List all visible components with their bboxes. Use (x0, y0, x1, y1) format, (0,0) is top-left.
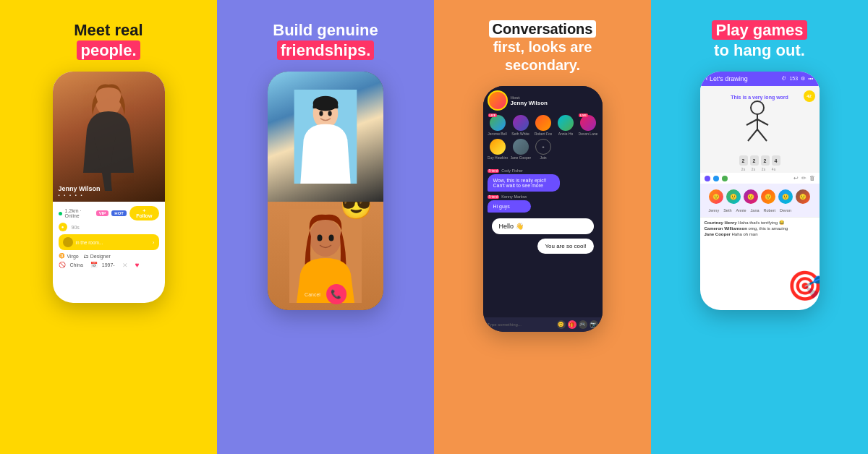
join-button[interactable]: + (535, 139, 551, 155)
svg-line-15 (757, 129, 767, 141)
avatar-3: Robert Fox (534, 115, 553, 136)
briefcase-icon: 🗂 (83, 254, 88, 259)
color-purple[interactable] (705, 176, 710, 181)
chat-line-3: Jane Cooper Haha oh man (705, 232, 815, 236)
player-robert: 🙂 (778, 189, 793, 204)
end-call-button[interactable]: 📞 (326, 284, 346, 304)
avatars-grid: LIVE Jerome Bell Seth White Robert Fox A… (488, 115, 598, 160)
clear-icon[interactable]: 🗑 (809, 175, 815, 181)
chat-input-icons: 😊 🎁 🎮 📷 (557, 320, 598, 329)
profile-info: 1.2km · Online VIP HOT + Follow ● 90s in… (53, 202, 165, 275)
message-preview[interactable]: in the room... › (59, 234, 159, 250)
chevron-right-icon: › (153, 239, 155, 246)
svg-line-12 (746, 119, 757, 125)
host-info: Host: Jenny Wilson (511, 95, 548, 106)
join-avatar[interactable]: + Join (534, 139, 553, 160)
player-annie: 🙂 (744, 189, 758, 204)
game-chat: Courtney Henry Haha that's terrifying 😂 … (700, 218, 820, 240)
player-seth: 🙂 (726, 189, 741, 204)
game-button[interactable]: 🎮 (579, 320, 587, 329)
panel-1-title: Meet real people. (74, 20, 142, 60)
score-badge: 42 (804, 90, 815, 102)
follow-button[interactable]: + Follow (129, 206, 158, 220)
gift-button[interactable]: 🎁 (568, 320, 576, 329)
player-names: Jenny Seth Annie Jana Robert Devon (705, 207, 815, 214)
user-name-overlay: Jenny Wilson • • • • • (59, 185, 101, 197)
svg-line-13 (757, 119, 768, 125)
video-call-area: 😎 Cancel 📞 (268, 72, 383, 310)
game-header: ‹ Let's drawing ⏱ 153 ⚙ ••• (700, 72, 820, 86)
video-bottom-feed: 😎 Cancel 📞 (268, 202, 383, 310)
color-green[interactable] (722, 176, 728, 181)
friend-tag-1: Friend (488, 169, 500, 173)
panel-2-title: Build genuine friendships. (273, 20, 378, 60)
settings-icon[interactable]: ⚙ (801, 76, 805, 82)
heart-icon[interactable]: ♥ (135, 261, 140, 269)
players-row: 🙂 🙂 🙂 🙂 🙂 🙂 (705, 187, 815, 207)
player-jenny: 🙂 (709, 189, 723, 204)
chat-input-bar: Type something... 😊 🎁 🎮 📷 (483, 317, 603, 332)
back-button[interactable]: ‹ Let's drawing (706, 75, 748, 82)
sunglasses-emoji: 😎 (340, 202, 373, 221)
phone-mockup-4: ‹ Let's drawing ⏱ 153 ⚙ ••• This is a ve… (700, 72, 820, 310)
emoji-button[interactable]: 😊 (557, 320, 566, 329)
bubbles-bottom: Hello 👋 You are so cool! (488, 215, 598, 257)
avatar-1: LIVE Jerome Bell (488, 115, 508, 136)
avatar-5: LIVE Devon Lane (579, 115, 598, 136)
timer-icon: ⏱ (781, 76, 786, 82)
photo-button[interactable]: 📷 (590, 320, 598, 329)
panel-games: Play games to hang out. ‹ Let's drawing … (651, 0, 868, 454)
calendar-icon: 📅 (90, 262, 98, 268)
flags-row: 🚫 China 📅 1997- ✕ ♥ (59, 261, 159, 269)
letter-box-2: 2 (750, 155, 759, 166)
target-decoration: 🎯 (787, 269, 820, 303)
vip-badge: VIP (96, 210, 109, 216)
virgo-icon: ♊ (59, 253, 65, 259)
online-indicator (59, 211, 62, 216)
phone-mockup-1: Jenny Wilson • • • • • 1.2km · Online VI… (53, 72, 165, 303)
letter-hints: 2 2 2 4 (739, 155, 780, 166)
more-icon[interactable]: ••• (808, 76, 813, 82)
color-blue[interactable] (713, 176, 719, 181)
letter-box-1: 2 (739, 155, 748, 166)
video-top-feed (268, 72, 383, 202)
friend-tag-2: Friend (488, 195, 500, 199)
male-silhouette (293, 90, 358, 184)
stickman-svg (739, 99, 775, 150)
player-devon: 🙂 (796, 189, 810, 204)
svg-point-5 (328, 111, 331, 116)
word-hint: This is a very long word (731, 89, 788, 102)
tag-designer: 🗂 Designer (83, 253, 111, 259)
message-1: Friend Cody Fisher Wow, this is really e… (488, 168, 598, 192)
svg-point-10 (751, 101, 764, 114)
draw-tools: ↩ ✏ 🗑 (700, 173, 820, 184)
panel-4-title: Play games to hang out. (712, 20, 807, 60)
chat-line-2: Cameron Williamson omg, this is amazing (705, 226, 815, 231)
game-header-icons: ⏱ 153 ⚙ ••• (781, 76, 813, 82)
phone-mockup-3: Host: Jenny Wilson LIVE Jerome Bell Seth… (483, 86, 603, 332)
time-hints: 2s 2s 2s 4s (739, 167, 780, 171)
panel-3-title: Conversations first, looks are secondary… (489, 20, 597, 74)
svg-line-14 (748, 129, 757, 141)
profile-photo: Jenny Wilson • • • • • (53, 72, 165, 202)
hot-badge: HOT (111, 210, 127, 216)
msg-avatar (63, 237, 73, 247)
flag-icon: 🚫 (59, 262, 66, 268)
players-section: 🙂 🙂 🙂 🙂 🙂 🙂 Jenny Seth Annie Jana Robert… (700, 184, 820, 218)
undo-icon[interactable]: ↩ (793, 175, 799, 181)
host-avatar (488, 90, 508, 111)
avatar-2: Seth White (511, 115, 531, 136)
avatar-6: Guy Hawkins (488, 139, 508, 160)
chat-messages: Friend Cody Fisher Wow, this is really e… (483, 166, 603, 317)
eraser-icon[interactable]: ✏ (801, 175, 807, 181)
chat-header: Host: Jenny Wilson LIVE Jerome Bell Seth… (483, 86, 603, 166)
svg-point-4 (319, 111, 323, 116)
svg-point-8 (318, 235, 323, 241)
stickman-drawing: 2 2 2 4 2s 2s 2s 4s (739, 99, 780, 171)
close-icon[interactable]: ✕ (122, 262, 128, 269)
panel-friendships: Build genuine friendships. (217, 0, 434, 454)
live-badge-2: LIVE (579, 113, 588, 117)
profile-stats-row: 1.2km · Online VIP HOT + Follow (59, 206, 159, 220)
hello-bubble: Hello 👋 (492, 218, 594, 234)
avatar-7: Jane Cooper (511, 139, 531, 160)
